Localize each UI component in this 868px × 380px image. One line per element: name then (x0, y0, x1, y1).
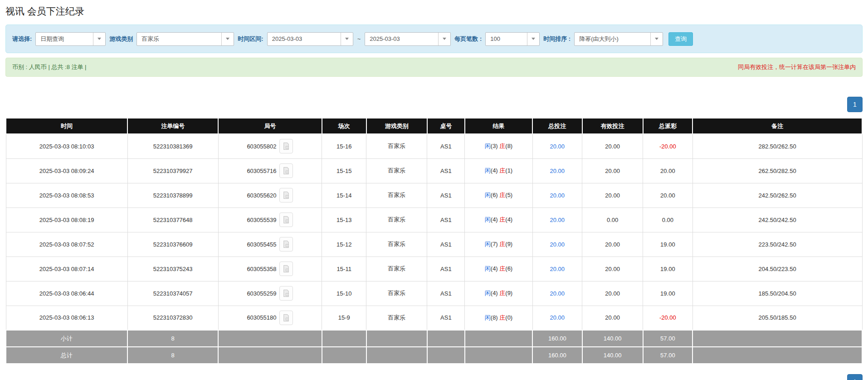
bet-id: 522310379927 (127, 158, 218, 183)
bet-records-table: 时间 注单编号 局号 场次 游戏类别 桌号 结果 总投注 有效投注 总派彩 备注… (5, 118, 863, 364)
result-banker: 庄 (499, 192, 505, 198)
result-player: 闲 (485, 167, 491, 174)
video-replay-button[interactable] (279, 139, 293, 153)
game-type-value: 百家乐 (137, 35, 221, 43)
chevron-down-icon (341, 33, 353, 45)
result-player: 闲 (485, 241, 491, 247)
video-replay-button[interactable] (279, 163, 293, 178)
page-container: 视讯 会员下注纪录 请选择: 日期查询 游戏类别 百家乐 时间区间: 2025-… (0, 5, 868, 380)
sort-order-label: 时间排序 : (543, 35, 571, 43)
query-type-value: 日期查询 (36, 35, 93, 43)
result-cell: 闲(4) 庄(9) (465, 281, 532, 306)
pagination-bottom: 1 (5, 374, 863, 380)
column-header-result: 结果 (465, 118, 532, 134)
valid-bet: 20.00 (582, 232, 643, 257)
date-from-value: 2025-03-03 (268, 35, 341, 42)
bet-id: 522310372830 (127, 306, 218, 330)
payout: 19.00 (643, 257, 693, 281)
video-replay-button[interactable] (279, 212, 293, 227)
round-id: 603055180 (247, 314, 276, 321)
payout: 20.00 (643, 158, 693, 183)
video-replay-button[interactable] (279, 286, 293, 301)
query-type-select[interactable]: 日期查询 (35, 32, 106, 46)
valid-bet: 0.00 (582, 207, 643, 232)
date-range-separator: ~ (357, 35, 361, 42)
pagination-page-1-button[interactable]: 1 (847, 374, 863, 380)
page-size-label: 每页笔数 : (454, 35, 482, 43)
table-row: 2025-03-03 08:08:19 522310377648 6030555… (6, 207, 862, 232)
table-row: 2025-03-03 08:06:13 522310372830 6030551… (6, 306, 862, 330)
valid-bet: 20.00 (582, 158, 643, 183)
remark: 205.50/185.50 (692, 306, 862, 330)
column-header-time: 时间 (6, 118, 127, 134)
remark: 242.50/262.50 (692, 183, 862, 207)
session: 15-11 (322, 257, 366, 281)
video-icon (282, 265, 290, 273)
table-row: 2025-03-03 08:09:24 522310379927 6030557… (6, 158, 862, 183)
sort-order-select[interactable]: 降幂(由大到小) (574, 32, 663, 46)
game-type-select[interactable]: 百家乐 (137, 32, 234, 46)
bet-time: 2025-03-03 08:10:03 (6, 134, 127, 158)
remark: 223.50/242.50 (692, 232, 862, 257)
video-replay-button[interactable] (279, 237, 293, 252)
remark: 204.50/223.50 (692, 257, 862, 281)
payout: 19.00 (643, 281, 693, 306)
session: 15-9 (322, 306, 366, 330)
result-cell: 闲(6) 庄(5) (465, 183, 532, 207)
video-replay-button[interactable] (279, 311, 293, 325)
summary-currency-text: 币别 : 人民币 | 总共 :8 注单 | (12, 63, 87, 71)
valid-bet: 20.00 (582, 257, 643, 281)
round-id-cell: 603055358 (218, 257, 322, 281)
table-number: AS1 (427, 306, 465, 330)
search-button[interactable]: 查询 (668, 32, 693, 46)
round-id-cell: 603055539 (218, 207, 322, 232)
grand-total-label: 总计 (6, 347, 127, 364)
video-replay-button[interactable] (279, 188, 293, 202)
round-id-cell: 603055716 (218, 158, 322, 183)
total-bet: 20.00 (532, 207, 582, 232)
round-id-cell: 603055455 (218, 232, 322, 257)
summary-warning-text: 同局有效投注，统一计算在该局第一张注单内 (738, 63, 856, 71)
bet-id: 522310375243 (127, 257, 218, 281)
chevron-down-icon (438, 33, 450, 45)
session: 15-10 (322, 281, 366, 306)
subtotal-total-bet: 160.00 (532, 330, 582, 347)
page-size-select[interactable]: 100 (485, 32, 540, 46)
column-header-total-bet: 总投注 (532, 118, 582, 134)
result-player: 闲 (485, 143, 491, 149)
bet-time: 2025-03-03 08:06:13 (6, 306, 127, 330)
date-to-value: 2025-03-03 (365, 35, 438, 42)
subtotal-label: 小计 (6, 330, 127, 347)
pagination-page-1-button[interactable]: 1 (847, 97, 863, 112)
date-to-select[interactable]: 2025-03-03 (365, 32, 451, 46)
bet-time: 2025-03-03 08:08:53 (6, 183, 127, 207)
result-banker: 庄 (499, 216, 505, 223)
table-number: AS1 (427, 158, 465, 183)
payout: 0.00 (643, 207, 693, 232)
table-row: 2025-03-03 08:10:03 522310381369 6030558… (6, 134, 862, 158)
valid-bet: 20.00 (582, 134, 643, 158)
grand-total-row: 总计 8 160.00 140.00 57.00 (6, 347, 862, 364)
payout: 20.00 (643, 183, 693, 207)
result-cell: 闲(4) 庄(6) (465, 257, 532, 281)
sort-order-value: 降幂(由大到小) (575, 35, 650, 43)
date-from-select[interactable]: 2025-03-03 (267, 32, 353, 46)
round-id: 603055620 (247, 192, 276, 199)
table-row: 2025-03-03 08:06:44 522310374057 6030552… (6, 281, 862, 306)
video-replay-button[interactable] (279, 262, 293, 276)
bet-id: 522310381369 (127, 134, 218, 158)
summary-bar: 币别 : 人民币 | 总共 :8 注单 | 同局有效投注，统一计算在该局第一张注… (5, 58, 863, 77)
bet-id: 522310376609 (127, 232, 218, 257)
round-id-cell: 603055802 (218, 134, 322, 158)
result-banker: 庄 (499, 167, 505, 174)
grand-total-total-bet: 160.00 (532, 347, 582, 364)
chevron-down-icon (93, 33, 105, 45)
session: 15-15 (322, 158, 366, 183)
result-player: 闲 (485, 314, 491, 321)
bet-id: 522310377648 (127, 207, 218, 232)
bet-time: 2025-03-03 08:07:52 (6, 232, 127, 257)
column-header-table-no: 桌号 (427, 118, 465, 134)
column-header-valid-bet: 有效投注 (582, 118, 643, 134)
column-header-remark: 备注 (692, 118, 862, 134)
bet-time: 2025-03-03 08:07:14 (6, 257, 127, 281)
